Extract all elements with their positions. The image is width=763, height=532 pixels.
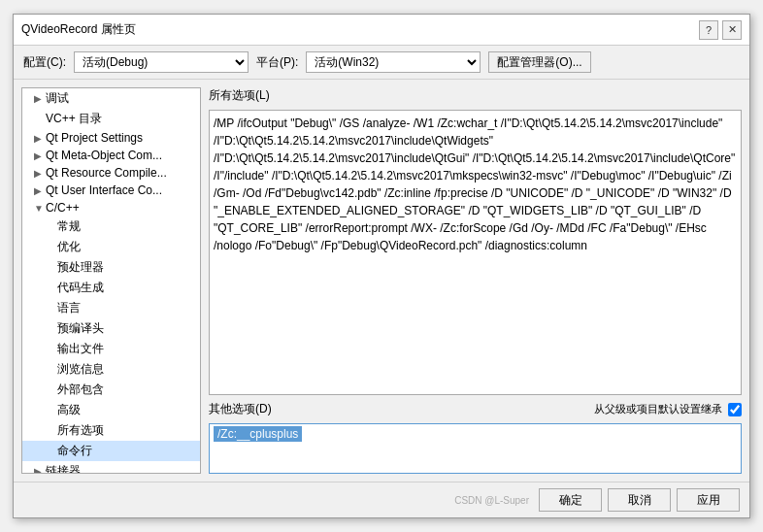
other-options-value: /Zc:__cplusplus	[214, 426, 302, 442]
tree-label-precompile: 预编译头	[57, 320, 104, 337]
tree-label-debug: 调试	[46, 90, 69, 107]
tree-label-general: 常规	[57, 218, 81, 235]
other-options-area[interactable]: /Zc:__cplusplus	[209, 423, 742, 474]
title-bar: QVideoRecord 属性页 ? ✕	[14, 15, 749, 46]
tree-item-linker[interactable]: 链接器	[22, 461, 200, 474]
help-button[interactable]: ?	[699, 20, 718, 40]
tree-label-cmdline: 命令行	[57, 443, 92, 459]
tree-item-codegen[interactable]: 代码生成	[22, 278, 200, 298]
tree-item-debug[interactable]: 调试	[22, 88, 200, 109]
tree-label-language: 语言	[57, 300, 81, 316]
inherit-checkbox[interactable]	[728, 403, 742, 416]
tree-item-optimize[interactable]: 优化	[22, 237, 200, 257]
toolbar: 配置(C): 活动(Debug) 平台(P): 活动(Win32) 配置管理器(…	[14, 46, 749, 80]
right-panel: 所有选项(L) /MP /ifcOutput "Debug\" /GS /ana…	[209, 87, 742, 474]
tree-arrow-qt-ui	[34, 185, 44, 196]
tree-item-external[interactable]: 外部包含	[22, 380, 200, 400]
tree-arrow-debug	[34, 93, 44, 104]
cancel-button[interactable]: 取消	[608, 488, 671, 512]
config-select[interactable]: 活动(Debug)	[74, 51, 249, 73]
tree-label-vcpp: VC++ 目录	[46, 111, 102, 127]
main-content: 调试 VC++ 目录 Qt Project Settings Qt Meta-O…	[14, 80, 749, 482]
tree-label-external: 外部包含	[57, 382, 104, 398]
ok-button[interactable]: 确定	[539, 488, 602, 512]
tree-label-output: 输出文件	[57, 341, 104, 357]
title-buttons: ? ✕	[699, 20, 742, 40]
tree-arrow-qt-meta	[34, 150, 44, 161]
tree-item-cpp[interactable]: C/C++	[22, 199, 200, 216]
tree-label-qt-project: Qt Project Settings	[46, 131, 143, 145]
tree-arrow-qt-resource	[34, 168, 44, 179]
tree-item-qt-project[interactable]: Qt Project Settings	[22, 129, 200, 147]
tree-label-preprocessor: 预处理器	[57, 259, 104, 276]
config-manager-button[interactable]: 配置管理器(O)...	[488, 51, 590, 73]
main-options-text: /MP /ifcOutput "Debug\" /GS /analyze- /W…	[214, 116, 735, 252]
tree-item-advanced[interactable]: 高级	[22, 400, 200, 420]
tree-label-advanced: 高级	[57, 402, 81, 418]
tree-item-language[interactable]: 语言	[22, 298, 200, 318]
main-section-label: 所有选项(L)	[209, 87, 742, 104]
tree-item-browse[interactable]: 浏览信息	[22, 359, 200, 380]
tree-item-qt-ui[interactable]: Qt User Interface Co...	[22, 182, 200, 199]
tree-item-all-options[interactable]: 所有选项	[22, 420, 200, 441]
tree-arrow-linker	[34, 466, 44, 474]
tree-arrow-qt-project	[34, 133, 44, 144]
tree-label-all-options: 所有选项	[57, 422, 104, 439]
tree-item-qt-meta[interactable]: Qt Meta-Object Com...	[22, 147, 200, 164]
watermark: CSDN @L-Super	[454, 495, 529, 506]
apply-button[interactable]: 应用	[677, 488, 740, 512]
bottom-bar: CSDN @L-Super 确定 取消 应用	[14, 482, 749, 517]
tree-item-output[interactable]: 输出文件	[22, 339, 200, 359]
tree-label-qt-meta: Qt Meta-Object Com...	[46, 149, 162, 162]
tree-label-qt-ui: Qt User Interface Co...	[46, 183, 162, 197]
tree-item-preprocessor[interactable]: 预处理器	[22, 257, 200, 278]
tree-item-qt-resource[interactable]: Qt Resource Compile...	[22, 164, 200, 182]
tree-arrow-cpp	[34, 203, 44, 214]
tree-item-precompile[interactable]: 预编译头	[22, 318, 200, 339]
tree-label-linker: 链接器	[46, 463, 81, 474]
inherit-label: 从父级或项目默认设置继承	[594, 402, 722, 416]
close-button[interactable]: ✕	[722, 20, 742, 40]
platform-label: 平台(P):	[256, 54, 298, 71]
config-label: 配置(C):	[23, 54, 66, 71]
tree-item-cmdline[interactable]: 命令行	[22, 441, 200, 461]
other-section-label: 其他选项(D)	[209, 401, 272, 417]
tree-label-optimize: 优化	[57, 239, 81, 255]
tree-item-vcpp[interactable]: VC++ 目录	[22, 109, 200, 129]
tree-panel[interactable]: 调试 VC++ 目录 Qt Project Settings Qt Meta-O…	[21, 87, 201, 474]
tree-item-general[interactable]: 常规	[22, 216, 200, 237]
tree-label-codegen: 代码生成	[57, 280, 104, 296]
dialog-window: QVideoRecord 属性页 ? ✕ 配置(C): 活动(Debug) 平台…	[13, 14, 750, 518]
tree-label-cpp: C/C++	[46, 201, 80, 215]
dialog-title: QVideoRecord 属性页	[21, 21, 136, 38]
platform-select[interactable]: 活动(Win32)	[306, 51, 481, 73]
other-options-row: 其他选项(D) 从父级或项目默认设置继承	[209, 401, 742, 417]
tree-label-browse: 浏览信息	[57, 361, 104, 378]
tree-label-qt-resource: Qt Resource Compile...	[46, 166, 167, 180]
main-options-area[interactable]: /MP /ifcOutput "Debug\" /GS /analyze- /W…	[209, 110, 742, 395]
